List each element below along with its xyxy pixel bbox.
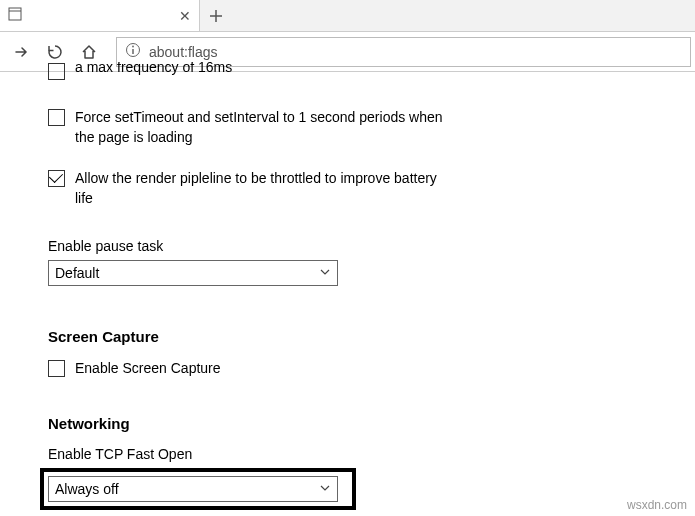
tcp-fast-open-value: Always off <box>55 481 119 497</box>
forward-button[interactable] <box>4 35 38 69</box>
option-render-throttle-label: Allow the render pipleline to be throttl… <box>75 169 445 208</box>
networking-heading: Networking <box>48 415 675 432</box>
new-tab-button[interactable] <box>200 9 232 23</box>
svg-rect-0 <box>9 8 21 20</box>
option-screen-capture-label: Enable Screen Capture <box>75 359 445 379</box>
browser-tab[interactable]: ✕ <box>0 0 200 31</box>
close-icon[interactable]: ✕ <box>179 8 191 24</box>
checkbox-script-timers[interactable] <box>48 63 65 80</box>
option-settimeout-label: Force setTimeout and setInterval to 1 se… <box>75 108 445 147</box>
info-icon[interactable] <box>125 42 141 61</box>
watermark: wsxdn.com <box>627 498 687 512</box>
checkbox-settimeout[interactable] <box>48 109 65 126</box>
pause-task-label: Enable pause task <box>48 238 675 254</box>
pause-task-select[interactable]: Default <box>48 260 338 286</box>
page-content: Disable high frequency script timers, fo… <box>0 62 695 510</box>
checkbox-screen-capture[interactable] <box>48 360 65 377</box>
option-script-timers-label: Disable high frequency script timers, fo… <box>75 62 445 77</box>
tcp-select-highlight: Always off <box>40 468 356 510</box>
chevron-down-icon <box>319 265 331 281</box>
screen-capture-heading: Screen Capture <box>48 328 675 345</box>
chevron-down-icon <box>319 481 331 497</box>
tab-page-icon <box>8 7 22 24</box>
tcp-fast-open-label: Enable TCP Fast Open <box>48 446 675 462</box>
tcp-fast-open-select[interactable]: Always off <box>48 476 338 502</box>
checkbox-render-throttle[interactable] <box>48 170 65 187</box>
pause-task-value: Default <box>55 265 99 281</box>
tab-bar: ✕ <box>0 0 695 32</box>
url-input[interactable] <box>149 44 682 60</box>
svg-point-6 <box>132 46 134 48</box>
